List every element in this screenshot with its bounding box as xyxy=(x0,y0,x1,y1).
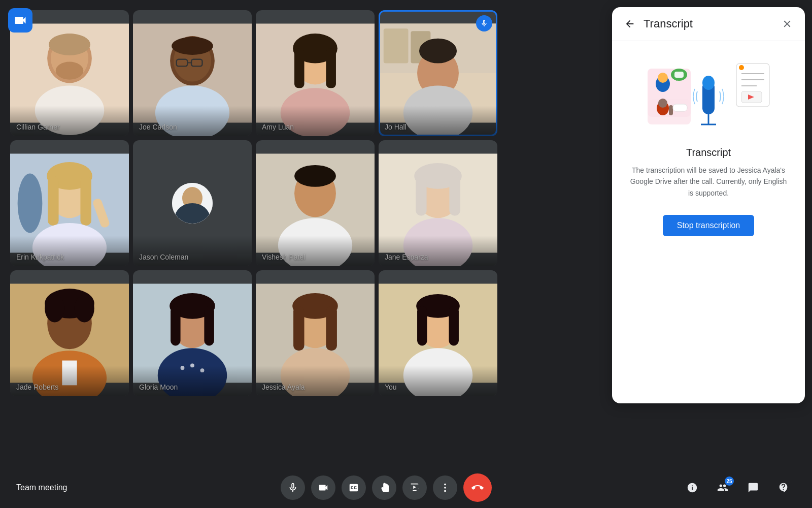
svg-point-63 xyxy=(200,368,205,372)
svg-point-78 xyxy=(444,490,446,492)
panel-description: The transcription will be saved to Jessi… xyxy=(628,165,789,199)
svg-point-76 xyxy=(444,484,446,486)
video-tile-jane: Jane Esparza xyxy=(379,140,497,266)
video-tile-jessica: Jessica Ayala xyxy=(256,270,375,396)
svg-point-25 xyxy=(419,39,457,64)
participant-name-you: You xyxy=(385,383,397,391)
svg-rect-88 xyxy=(669,105,673,115)
stop-transcription-button[interactable]: Stop transcription xyxy=(663,215,755,236)
video-tile-erin: Erin Kirkpatrick xyxy=(10,140,129,266)
svg-point-51 xyxy=(45,295,64,323)
mic-button[interactable] xyxy=(281,475,305,500)
svg-point-13 xyxy=(172,37,213,55)
svg-point-77 xyxy=(444,487,446,489)
svg-rect-32 xyxy=(80,176,91,226)
more-options-button[interactable] xyxy=(433,475,457,500)
participant-name-gloria: Gloria Moon xyxy=(139,383,178,391)
svg-rect-31 xyxy=(48,176,58,226)
video-tile-johall: Jo Hall xyxy=(379,10,497,136)
panel-content: Transcript The transcription will be sav… xyxy=(612,41,805,403)
participant-name-jason: Jason Coleman xyxy=(139,253,188,261)
chat-button[interactable] xyxy=(741,475,765,500)
svg-point-61 xyxy=(181,366,185,370)
camera-button[interactable] xyxy=(311,475,335,500)
svg-rect-18 xyxy=(326,48,336,88)
svg-rect-45 xyxy=(416,176,426,215)
svg-point-40 xyxy=(294,165,336,187)
svg-rect-59 xyxy=(204,306,214,345)
participant-name-jane: Jane Esparza xyxy=(385,253,428,261)
video-tile-amy: Amy Luan xyxy=(256,10,375,136)
svg-rect-22 xyxy=(384,28,409,63)
video-tile-vishesh: Vishesh Patel xyxy=(256,140,375,266)
speaking-indicator xyxy=(476,15,492,31)
controls-center xyxy=(281,473,492,502)
participants-badge: 25 xyxy=(725,477,734,486)
app-icon xyxy=(8,8,32,33)
svg-rect-89 xyxy=(673,104,687,111)
raise-hand-button[interactable] xyxy=(372,475,396,500)
bottom-bar: Team meeting xyxy=(0,467,812,508)
participant-name-erin: Erin Kirkpatrick xyxy=(16,253,64,261)
panel-back-button[interactable] xyxy=(622,16,637,31)
svg-point-3 xyxy=(56,62,84,80)
svg-rect-84 xyxy=(674,72,684,78)
jason-avatar xyxy=(172,183,213,224)
info-button[interactable] xyxy=(680,475,704,500)
participants-button[interactable]: 25 xyxy=(710,475,735,500)
panel-heading: Transcript xyxy=(686,147,731,158)
svg-point-87 xyxy=(658,99,667,108)
video-tile-joe: Joe Carlson xyxy=(133,10,252,136)
svg-point-52 xyxy=(75,295,94,323)
video-grid: Cillian Garner Joe Carlson xyxy=(10,10,497,396)
svg-rect-54 xyxy=(62,361,77,386)
panel-close-button[interactable] xyxy=(780,16,795,31)
activities-button[interactable] xyxy=(771,475,796,500)
svg-rect-58 xyxy=(171,306,181,345)
svg-point-5 xyxy=(49,34,90,55)
transcript-illustration xyxy=(642,53,774,135)
panel-header: Transcript xyxy=(612,7,805,41)
video-tile-jade: Jade Roberts xyxy=(10,270,129,396)
svg-rect-17 xyxy=(294,48,304,88)
controls-right: 25 xyxy=(680,475,796,500)
svg-point-91 xyxy=(702,76,715,90)
present-button[interactable] xyxy=(402,475,427,500)
svg-rect-74 xyxy=(449,306,459,345)
svg-rect-68 xyxy=(326,306,336,351)
video-tile-jason: Jason Coleman xyxy=(133,140,252,266)
participant-name-jessica: Jessica Ayala xyxy=(262,383,305,391)
svg-rect-67 xyxy=(293,306,304,351)
svg-point-28 xyxy=(18,174,43,233)
meeting-title: Team meeting xyxy=(16,483,92,492)
participant-name-jade: Jade Roberts xyxy=(16,383,58,391)
participant-name-johall: Jo Hall xyxy=(385,123,407,131)
svg-point-62 xyxy=(190,363,194,367)
svg-point-81 xyxy=(658,73,668,83)
transcript-panel: Transcript xyxy=(612,7,805,403)
panel-title: Transcript xyxy=(644,17,773,30)
participant-name-cillian: Cillian Garner xyxy=(16,123,60,131)
participant-name-vishesh: Vishesh Patel xyxy=(262,253,305,261)
participant-name-amy: Amy Luan xyxy=(262,123,294,131)
video-tile-gloria: Gloria Moon xyxy=(133,270,252,396)
svg-rect-46 xyxy=(449,176,460,215)
video-tile-you: You xyxy=(379,270,497,396)
svg-rect-73 xyxy=(417,306,427,345)
captions-button[interactable] xyxy=(342,475,366,500)
participant-name-joe: Joe Carlson xyxy=(139,123,177,131)
svg-point-98 xyxy=(739,65,744,70)
end-call-button[interactable] xyxy=(463,473,492,502)
